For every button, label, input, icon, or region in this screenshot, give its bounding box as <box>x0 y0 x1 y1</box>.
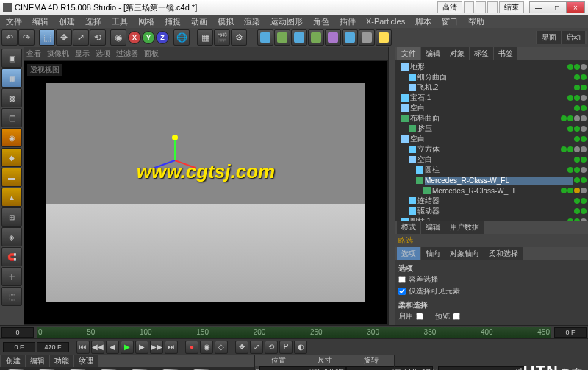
key-pos[interactable]: ✥ <box>235 341 248 354</box>
obj-tab[interactable]: 书签 <box>494 47 517 60</box>
object-row[interactable]: 宝石.1 <box>397 93 587 103</box>
texture-axis[interactable]: ◫ <box>1 108 22 127</box>
mat-tab[interactable]: 创建 <box>1 355 25 367</box>
panel-splitter[interactable] <box>388 47 395 325</box>
attr-tab[interactable]: 选项 <box>397 247 420 260</box>
next-frame[interactable]: ▶ <box>135 341 148 354</box>
rec-btn2[interactable] <box>476 1 486 13</box>
layout-tab-1[interactable]: 界面 <box>537 31 561 44</box>
goto-start[interactable]: ⏮ <box>76 341 90 354</box>
close-button[interactable]: × <box>566 1 585 13</box>
render-pv[interactable]: 🎬 <box>214 29 230 46</box>
axis-tool[interactable]: ✛ <box>1 267 22 286</box>
rec-btn1[interactable] <box>464 1 474 13</box>
vp-tab[interactable]: 过滤器 <box>116 49 138 59</box>
menu-选择[interactable]: 选择 <box>81 15 106 29</box>
autokey[interactable]: ◉ <box>200 341 213 354</box>
attr-tab[interactable]: 柔和选择 <box>484 247 523 260</box>
key-param[interactable]: P <box>279 341 293 354</box>
point-mode[interactable]: ◆ <box>1 148 22 167</box>
object-tree[interactable]: 地形细分曲面飞机.2宝石.1空白布料曲面挤压空白立方体空白圆柱Mercedes_… <box>395 60 588 221</box>
vp-tab[interactable]: 选项 <box>96 49 110 59</box>
goto-end[interactable]: ⏭ <box>165 341 178 354</box>
layout-tab-2[interactable]: 启动 <box>562 31 585 44</box>
prim-floor[interactable] <box>342 29 358 46</box>
menu-工具[interactable]: 工具 <box>107 15 132 29</box>
model-mode[interactable]: ▦ <box>1 68 22 88</box>
preview-check[interactable] <box>453 313 460 320</box>
object-row[interactable]: 挤压 <box>397 124 587 134</box>
timeline-start[interactable] <box>1 327 34 338</box>
prim-spline[interactable] <box>274 29 290 46</box>
rotate-tool[interactable]: ⟲ <box>90 29 106 46</box>
menu-窗口[interactable]: 窗口 <box>437 15 462 29</box>
gizmo-y[interactable] <box>174 138 176 160</box>
edge-mode[interactable]: ▬ <box>1 168 22 187</box>
menu-角色[interactable]: 角色 <box>309 15 334 29</box>
object-row[interactable]: Mercedes_R-Class-W_FL <box>397 185 587 196</box>
menu-模拟[interactable]: 模拟 <box>213 15 238 29</box>
key-pla[interactable]: ◐ <box>294 341 307 354</box>
attr-top-tab[interactable]: 编辑 <box>421 221 445 234</box>
object-row[interactable]: 立方体 <box>397 144 587 154</box>
z-axis-toggle[interactable]: Z <box>156 31 169 44</box>
key-rot[interactable]: ⟲ <box>265 341 278 354</box>
range-end[interactable] <box>37 342 69 352</box>
object-row[interactable]: 空白 <box>397 154 587 165</box>
rec-btn3[interactable] <box>487 1 498 13</box>
redo-button[interactable]: ↷ <box>18 29 35 46</box>
visible-only-check[interactable] <box>398 288 406 295</box>
snap-toggle[interactable]: ⊞ <box>1 207 22 227</box>
object-row[interactable]: 布料曲面 <box>397 113 587 124</box>
menu-运动图形[interactable]: 运动图形 <box>266 15 307 29</box>
undo-button[interactable]: ↶ <box>1 29 18 46</box>
enable-check[interactable] <box>416 313 423 320</box>
object-row[interactable]: 地形 <box>397 62 587 72</box>
material-list[interactable]: 材质.16材质.15材质.12材质.11材质.10材质.9材质.8 <box>0 367 254 370</box>
prim-array[interactable] <box>308 29 324 46</box>
menu-捕捉[interactable]: 捕捉 <box>160 15 185 29</box>
vp-tab[interactable]: 显示 <box>75 49 90 59</box>
play-button[interactable]: ▶ <box>121 341 134 354</box>
object-row[interactable]: 连结器 <box>397 196 587 206</box>
timeline-cur[interactable] <box>554 327 587 338</box>
next-key[interactable]: ▶▶ <box>150 341 163 354</box>
obj-tab[interactable]: 对象 <box>445 47 469 60</box>
prim-cube[interactable] <box>257 29 273 46</box>
mat-tab[interactable]: 纹理 <box>74 355 98 367</box>
render-settings[interactable]: ⚙ <box>231 29 247 46</box>
vp-tab[interactable]: 摄像机 <box>47 49 69 59</box>
prim-deformer[interactable] <box>325 29 341 46</box>
record-key[interactable]: ● <box>185 341 198 354</box>
prim-camera[interactable] <box>359 29 375 46</box>
menu-创建[interactable]: 创建 <box>54 15 79 29</box>
keysel[interactable]: ◇ <box>215 341 228 354</box>
render-view[interactable]: ▦ <box>197 29 213 46</box>
object-mode[interactable]: ◉ <box>1 128 22 147</box>
prev-frame[interactable]: ◀ <box>106 341 119 354</box>
workplane[interactable]: ◈ <box>1 227 22 246</box>
range-start[interactable] <box>3 342 35 352</box>
rec-end[interactable]: 结束 <box>499 1 524 13</box>
object-row[interactable]: 细分曲面 <box>397 72 587 82</box>
gizmo-center[interactable] <box>172 135 178 140</box>
timeline-ruler[interactable]: 050100150200250300350400450 <box>37 327 551 338</box>
mat-tab[interactable]: 功能 <box>50 355 74 367</box>
object-row[interactable]: 圆柱 <box>397 165 587 175</box>
attr-top-tab[interactable]: 用户数据 <box>445 221 484 234</box>
menu-动画[interactable]: 动画 <box>187 15 212 29</box>
prev-key[interactable]: ◀◀ <box>91 341 104 354</box>
maximize-button[interactable]: □ <box>548 1 567 13</box>
attr-top-tab[interactable]: 模式 <box>397 221 420 234</box>
object-row[interactable]: 驱动器 <box>397 206 587 216</box>
menu-网格[interactable]: 网格 <box>134 15 159 29</box>
x-axis-toggle[interactable]: X <box>128 31 141 44</box>
obj-tab[interactable]: 文件 <box>397 47 420 60</box>
magnet-tool[interactable]: 🧲 <box>1 247 22 266</box>
last-tool[interactable]: ◉ <box>110 29 126 46</box>
menu-X-Particles[interactable]: X-Particles <box>362 15 409 27</box>
key-scale[interactable]: ⤢ <box>250 341 263 354</box>
misc-tool[interactable]: ⬚ <box>1 287 22 306</box>
coord-world[interactable]: 🌐 <box>173 29 190 46</box>
y-axis-toggle[interactable]: Y <box>142 31 155 44</box>
